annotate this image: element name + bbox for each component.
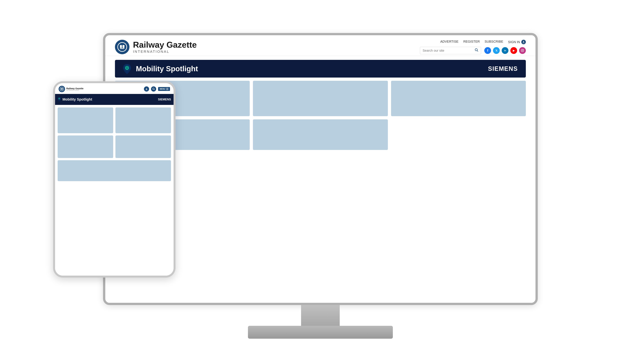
- svg-point-13: [60, 87, 64, 91]
- desktop-banner-title: Mobility Spotlight: [136, 64, 483, 73]
- facebook-icon[interactable]: f: [484, 47, 491, 54]
- desktop-header-right: ADVERTISE REGISTER SUBSCRIBE SIGN IN: [420, 40, 526, 54]
- svg-point-8: [522, 50, 523, 51]
- phone-card-2-1: [58, 135, 113, 158]
- svg-line-19: [154, 89, 154, 90]
- phone-logo-main: Railway Gazette: [66, 87, 84, 90]
- svg-point-0: [118, 42, 127, 51]
- linkedin-icon[interactable]: in: [502, 47, 508, 54]
- svg-rect-16: [61, 89, 63, 90]
- phone-download-icon[interactable]: [144, 86, 149, 91]
- desktop-grid-row-2: [115, 119, 526, 150]
- phone-banner: Mobility Spotlight SIEMENS: [55, 94, 174, 105]
- svg-point-4: [523, 41, 524, 42]
- phone-inner: Railway Gazette INTERNATIONAL: [55, 83, 174, 276]
- svg-point-24: [59, 98, 60, 99]
- svg-rect-17: [146, 90, 148, 90]
- desktop-card-1-2: [253, 81, 388, 116]
- sign-in-area[interactable]: SIGN IN: [508, 40, 526, 44]
- desktop-logo-subtitle: INTERNATIONAL: [133, 49, 197, 54]
- desktop-logo-title: Railway Gazette: [133, 40, 197, 49]
- social-icons: f 𝕏 in ▶: [484, 47, 526, 54]
- phone-banner-title: Mobility Spotlight: [62, 97, 156, 101]
- instagram-icon[interactable]: [519, 47, 526, 54]
- desktop-banner-sponsor: SIEMENS: [488, 65, 518, 72]
- phone-header: Railway Gazette INTERNATIONAL: [55, 83, 174, 94]
- desktop-header: Railway Gazette INTERNATIONAL ADVERTISE …: [105, 35, 536, 56]
- phone-grid-row-2: [58, 135, 171, 158]
- phone-search-icon[interactable]: [151, 86, 156, 91]
- phone-logo-sub: INTERNATIONAL: [66, 90, 84, 91]
- desktop-nav-links: ADVERTISE REGISTER SUBSCRIBE SIGN IN: [440, 40, 526, 44]
- phone-card-1-1: [58, 107, 113, 133]
- svg-rect-2: [122, 45, 124, 48]
- monitor-stand-neck: [301, 305, 340, 326]
- monitor-stand-base: [248, 326, 393, 339]
- svg-rect-20: [166, 88, 168, 88]
- scene: Railway Gazette INTERNATIONAL ADVERTISE …: [32, 20, 612, 342]
- phone-menu-label: MENU: [160, 88, 165, 90]
- youtube-icon[interactable]: ▶: [510, 47, 517, 54]
- twitter-icon[interactable]: 𝕏: [493, 47, 500, 54]
- phone-grid-row-1: [58, 107, 171, 133]
- user-icon: [521, 40, 526, 44]
- desktop-grid-row-1: [115, 81, 526, 116]
- desktop-logo-area: Railway Gazette INTERNATIONAL: [115, 40, 197, 54]
- phone-card-2-2: [116, 135, 171, 158]
- svg-rect-21: [166, 89, 168, 89]
- phone-card-3-1: [58, 160, 171, 181]
- svg-point-11: [126, 67, 128, 68]
- sign-in-link[interactable]: SIGN IN: [508, 40, 520, 44]
- phone-grid-row-3: [58, 160, 171, 181]
- desktop-logo-text: Railway Gazette INTERNATIONAL: [133, 40, 197, 53]
- svg-rect-14: [61, 88, 62, 89]
- phone-wrapper: Railway Gazette INTERNATIONAL: [53, 81, 176, 278]
- phone-logo-area: Railway Gazette INTERNATIONAL: [58, 86, 84, 92]
- svg-point-5: [475, 48, 477, 51]
- desktop-search-area: f 𝕏 in ▶: [420, 47, 526, 54]
- phone-header-icons: MENU: [144, 86, 170, 91]
- advertise-link[interactable]: ADVERTISE: [440, 40, 458, 44]
- pin-icon: [123, 64, 131, 73]
- phone-menu-button[interactable]: MENU: [158, 87, 170, 91]
- svg-rect-3: [120, 48, 124, 49]
- svg-rect-22: [166, 90, 168, 90]
- phone-card-1-2: [116, 107, 171, 133]
- phone-pin-icon: [58, 97, 61, 102]
- svg-point-9: [523, 49, 524, 50]
- svg-rect-15: [62, 88, 63, 89]
- phone-banner-sponsor: SIEMENS: [158, 98, 171, 101]
- svg-rect-1: [120, 45, 122, 48]
- desktop-card-2-2: [253, 119, 388, 150]
- phone-content: [55, 105, 174, 276]
- desktop-banner: Mobility Spotlight SIEMENS: [115, 60, 526, 77]
- desktop-card-1-3: [391, 81, 526, 116]
- search-bar[interactable]: [420, 47, 481, 54]
- search-icon[interactable]: [475, 48, 478, 53]
- search-input[interactable]: [422, 49, 475, 52]
- svg-line-6: [477, 50, 478, 51]
- desktop-logo-icon: [115, 40, 130, 54]
- subscribe-link[interactable]: SUBSCRIBE: [484, 40, 503, 44]
- phone-logo-icon: [58, 86, 65, 92]
- register-link[interactable]: REGISTER: [463, 40, 480, 44]
- phone-logo-text: Railway Gazette INTERNATIONAL: [66, 87, 84, 91]
